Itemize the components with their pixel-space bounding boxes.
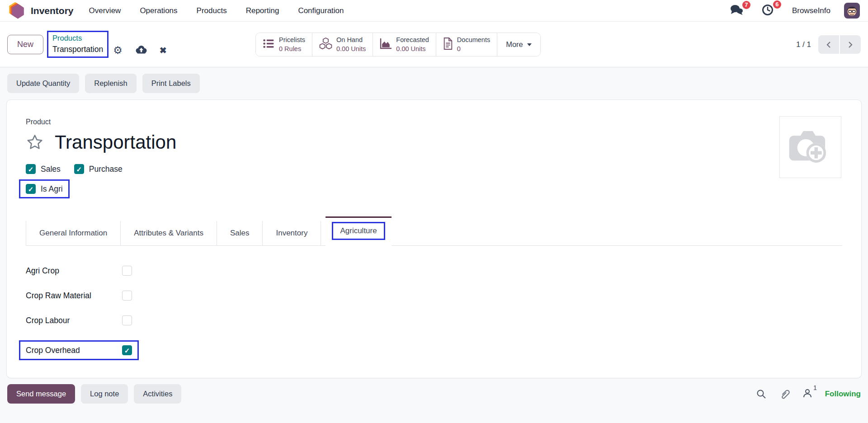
- tab-label: Attributes & Variants: [134, 229, 203, 237]
- crop-raw-material-label: Crop Raw Material: [26, 291, 122, 301]
- agri-crop-label: Agri Crop: [26, 266, 122, 276]
- chevron-down-icon: [527, 43, 532, 46]
- stat-value: 0 Rules: [279, 45, 305, 54]
- crop-overhead-checkbox[interactable]: ✓: [122, 345, 132, 355]
- previous-record-button[interactable]: [818, 35, 839, 54]
- nav-item-reporting[interactable]: Reporting: [246, 6, 279, 15]
- update-quantity-button[interactable]: Update Quantity: [7, 74, 79, 93]
- purchase-toggle[interactable]: ✓ Purchase: [74, 164, 123, 174]
- notebook-tabs: General Information Attributes & Variant…: [26, 216, 842, 246]
- stat-value: 0.00 Units: [396, 45, 429, 54]
- more-label: More: [506, 40, 523, 49]
- crop-overhead-highlight-box: Crop Overhead ✓: [19, 340, 139, 360]
- is-agri-toggle[interactable]: ✓ Is Agri: [26, 184, 63, 194]
- app-logo-icon[interactable]: [8, 2, 26, 20]
- activities-button-chatter[interactable]: Activities: [134, 384, 181, 404]
- product-field-label: Product: [26, 118, 842, 126]
- product-image-upload[interactable]: [779, 116, 841, 178]
- nav-item-overview[interactable]: Overview: [89, 6, 121, 15]
- purchase-toggle-label: Purchase: [89, 164, 123, 174]
- tab-general-information[interactable]: General Information: [26, 221, 121, 245]
- more-dropdown-button[interactable]: More: [497, 33, 540, 56]
- activities-button[interactable]: 6: [761, 4, 778, 18]
- print-labels-button[interactable]: Print Labels: [142, 74, 200, 93]
- sales-toggle-label: Sales: [41, 164, 61, 174]
- nav-item-products[interactable]: Products: [197, 6, 227, 15]
- breadcrumb-products-link[interactable]: Products: [52, 33, 103, 44]
- stat-button-group: Pricelists 0 Rules On Hand 0.00 Units: [255, 33, 541, 56]
- stat-title: Forecasted: [396, 36, 429, 45]
- tab-label: Sales: [230, 229, 250, 237]
- agri-crop-checkbox[interactable]: ✓: [122, 266, 132, 276]
- replenish-button[interactable]: Replenish: [85, 74, 136, 93]
- stat-value: 0: [457, 45, 490, 54]
- send-message-button[interactable]: Send message: [7, 384, 75, 404]
- chat-bubbles-icon: [730, 9, 743, 17]
- crop-labour-label: Crop Labour: [26, 316, 122, 325]
- stat-button-documents[interactable]: Documents 0: [436, 33, 497, 56]
- clock-icon: [761, 10, 774, 18]
- search-messages-icon[interactable]: [756, 389, 767, 400]
- settings-gear-icon[interactable]: ⚙: [113, 45, 123, 56]
- person-icon: [802, 388, 813, 400]
- app-name-menu[interactable]: Inventory: [31, 5, 74, 16]
- agriculture-tab-content: Agri Crop ✓ Crop Raw Material ✓ Crop Lab…: [26, 246, 842, 360]
- tab-attributes-variants[interactable]: Attributes & Variants: [121, 221, 217, 245]
- record-pager: 1 / 1: [796, 35, 861, 54]
- stat-value: 0.00 Units: [336, 45, 366, 54]
- crop-labour-checkbox[interactable]: ✓: [122, 315, 132, 325]
- stat-title: On Hand: [336, 36, 366, 45]
- purchase-checkbox[interactable]: ✓: [74, 164, 84, 174]
- new-button[interactable]: New: [7, 35, 43, 54]
- attachment-paperclip-icon[interactable]: [779, 388, 790, 400]
- stat-title: Documents: [457, 36, 490, 45]
- stat-button-pricelists[interactable]: Pricelists 0 Rules: [256, 33, 312, 56]
- breadcrumb: Products Transportation: [47, 31, 108, 57]
- following-button[interactable]: Following: [825, 390, 861, 399]
- control-panel: New Products Transportation ⚙ ✖: [0, 22, 868, 67]
- pricelist-list-icon: [263, 38, 275, 51]
- log-note-button[interactable]: Log note: [81, 384, 128, 404]
- stat-button-forecasted[interactable]: Forecasted 0.00 Units: [373, 33, 436, 56]
- sales-checkbox[interactable]: ✓: [26, 164, 36, 174]
- pager-count: 1 / 1: [796, 40, 811, 49]
- is-agri-toggle-label: Is Agri: [41, 184, 63, 194]
- nav-item-configuration[interactable]: Configuration: [298, 6, 344, 15]
- tab-label: General Information: [39, 229, 107, 237]
- messages-button[interactable]: 7: [730, 4, 748, 18]
- followers-count: 1: [813, 384, 817, 391]
- crop-overhead-label: Crop Overhead: [26, 346, 122, 355]
- area-chart-icon: [380, 38, 392, 51]
- agriculture-highlight-box: Agriculture: [332, 222, 385, 240]
- tab-label: Inventory: [276, 229, 307, 237]
- nav-item-operations[interactable]: Operations: [140, 6, 177, 15]
- is-agri-checkbox[interactable]: ✓: [26, 184, 36, 194]
- sales-toggle[interactable]: ✓ Sales: [26, 164, 61, 174]
- tab-agriculture[interactable]: Agriculture: [326, 216, 391, 246]
- stat-button-on-hand[interactable]: On Hand 0.00 Units: [312, 33, 373, 56]
- save-cloud-icon[interactable]: [135, 45, 147, 56]
- breadcrumb-current-record: Transportation: [52, 44, 103, 55]
- crop-raw-material-checkbox[interactable]: ✓: [122, 291, 132, 301]
- main-menu: Overview Operations Products Reporting C…: [89, 6, 344, 15]
- cubes-icon: [319, 38, 332, 52]
- activities-badge: 6: [772, 0, 782, 9]
- chatter-bar: Send message Log note Activities 1 Follo…: [7, 384, 861, 404]
- action-button-row: Update Quantity Replenish Print Labels: [0, 67, 868, 99]
- camera-plus-icon: [787, 127, 834, 168]
- messages-badge: 7: [741, 0, 751, 10]
- discard-icon[interactable]: ✖: [160, 46, 167, 55]
- followers-button[interactable]: 1: [802, 388, 813, 400]
- tab-inventory[interactable]: Inventory: [263, 221, 321, 245]
- product-form-card: Product Transportation ✓ Sales ✓ Purchas…: [6, 99, 862, 378]
- top-navbar: Inventory Overview Operations Products R…: [0, 0, 868, 22]
- stat-title: Pricelists: [279, 36, 305, 45]
- favorite-star-icon[interactable]: [26, 133, 44, 151]
- user-name[interactable]: BrowseInfo: [792, 6, 830, 15]
- next-record-button[interactable]: [840, 35, 861, 54]
- document-icon: [443, 38, 453, 52]
- tab-sales[interactable]: Sales: [217, 221, 263, 245]
- product-name-field[interactable]: Transportation: [55, 132, 176, 153]
- is-agri-highlight-box: ✓ Is Agri: [19, 179, 70, 198]
- avatar[interactable]: [844, 3, 860, 19]
